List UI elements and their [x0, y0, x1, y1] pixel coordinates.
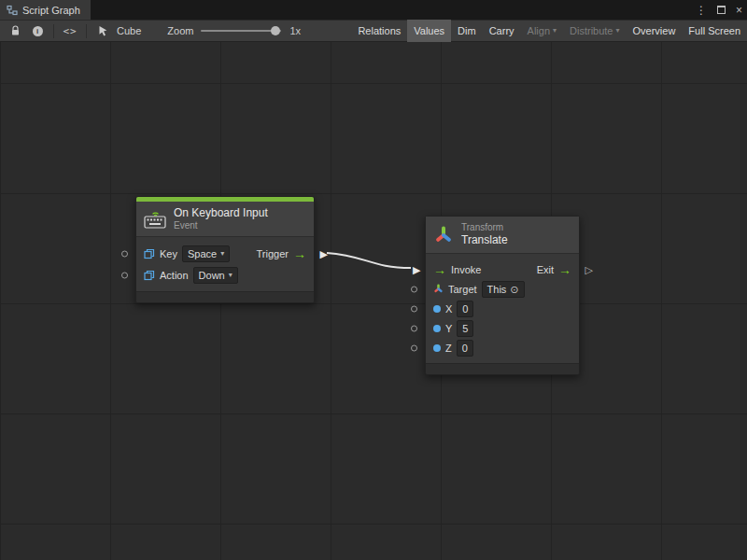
key-dropdown[interactable]: Space ▾ — [182, 245, 230, 262]
node-on-keyboard-input[interactable]: On Keyboard Input Event Key Space — [135, 196, 315, 303]
invoke-label: Invoke — [451, 264, 481, 275]
chevron-down-icon: ▾ — [616, 21, 620, 41]
graph-canvas[interactable]: On Keyboard Input Event Key Space — [0, 42, 747, 560]
node-title: Translate — [461, 233, 508, 247]
lock-icon[interactable] — [4, 20, 26, 42]
node-header[interactable]: Transform Translate — [426, 217, 579, 254]
tab-bar: Script Graph ⋮ × — [0, 0, 747, 20]
y-input-port[interactable] — [411, 325, 417, 331]
menu-icon[interactable]: ⋮ — [696, 5, 707, 16]
invoke-row: ▶ → Invoke Exit → ▷ — [426, 259, 579, 279]
exit-output-port[interactable]: ▷ — [585, 264, 593, 274]
z-row: Z 0 — [426, 338, 579, 357]
target-object-label: Cube — [117, 25, 141, 36]
info-icon[interactable]: i — [26, 20, 49, 42]
zoom-value: 1x — [289, 25, 301, 36]
target-label: Target — [448, 284, 477, 295]
value-port-icon — [433, 305, 441, 313]
info-glyph: i — [33, 26, 43, 36]
target-value: This — [487, 283, 507, 296]
action-value: Down — [199, 269, 225, 282]
x-row: X 0 — [426, 299, 579, 318]
close-icon[interactable]: × — [736, 5, 742, 16]
code-view-icon[interactable]: <> — [59, 20, 81, 42]
value-port-icon — [433, 344, 441, 352]
align-button[interactable]: Align ▾ — [521, 20, 563, 42]
value-port-icon — [433, 325, 441, 332]
key-value: Space — [188, 247, 217, 260]
node-header[interactable]: On Keyboard Input Event — [136, 202, 314, 237]
button-label: Distribute — [570, 21, 613, 41]
chevron-down-icon: ▾ — [229, 269, 233, 282]
node-footer — [426, 363, 579, 374]
tab-script-graph[interactable]: Script Graph — [0, 0, 91, 20]
chevron-down-icon: ▾ — [553, 21, 557, 41]
trigger-output-port[interactable]: ▶ — [320, 248, 328, 259]
flow-arrow-icon: → — [433, 263, 446, 276]
x-input-port[interactable] — [411, 305, 417, 312]
node-subtitle: Event — [174, 220, 268, 232]
literal-icon — [144, 270, 155, 281]
distribute-button[interactable]: Distribute ▾ — [563, 20, 626, 42]
key-input-port[interactable] — [121, 250, 128, 257]
button-label: Relations — [358, 21, 401, 41]
trigger-label: Trigger — [257, 248, 289, 259]
y-row: Y 5 — [426, 318, 579, 338]
pointer-icon — [92, 20, 114, 42]
node-body: ▶ → Invoke Exit → ▷ — [426, 254, 579, 363]
code-glyph: <> — [63, 25, 77, 37]
graph-toolbar: i <> Cube Zoom 1x Relations Values Dim — [0, 20, 747, 42]
x-label: X — [445, 303, 452, 315]
keyboard-icon — [144, 210, 166, 229]
y-value-field[interactable]: 5 — [457, 320, 473, 337]
flow-arrow-icon: → — [293, 247, 306, 260]
graph-icon — [7, 5, 18, 16]
key-row: Key Space ▾ Trigger → ▶ — [136, 243, 314, 264]
flow-arrow-icon: → — [558, 263, 571, 276]
y-label: Y — [445, 323, 452, 334]
maximize-icon[interactable] — [717, 6, 726, 14]
z-label: Z — [445, 343, 452, 354]
values-button[interactable]: Values — [407, 20, 451, 42]
key-label: Key — [160, 248, 177, 259]
node-category: Transform — [461, 222, 508, 234]
target-input-port[interactable] — [411, 286, 417, 292]
target-row: Target This ⊙ — [426, 279, 579, 299]
button-label: Carry — [489, 21, 514, 41]
connection-wire — [0, 42, 747, 560]
z-input-port[interactable] — [411, 344, 417, 351]
zoom-slider-knob[interactable] — [271, 26, 280, 35]
dim-button[interactable]: Dim — [451, 20, 483, 42]
full-screen-button[interactable]: Full Screen — [682, 20, 747, 42]
zoom-label: Zoom — [167, 25, 193, 36]
node-footer — [136, 291, 314, 302]
toolbar-divider — [86, 24, 87, 38]
target-picker-icon[interactable]: ⊙ — [510, 283, 518, 296]
node-transform-translate[interactable]: Transform Translate ▶ → Invoke Exit → ▷ — [425, 216, 580, 375]
zoom-slider[interactable] — [201, 30, 281, 32]
action-row: Action Down ▾ — [136, 264, 314, 286]
literal-icon — [144, 248, 155, 259]
button-label: Align — [528, 21, 550, 41]
node-body: Key Space ▾ Trigger → ▶ — [136, 237, 314, 291]
x-value-field[interactable]: 0 — [457, 301, 473, 317]
overview-button[interactable]: Overview — [627, 20, 683, 42]
carry-button[interactable]: Carry — [483, 20, 521, 42]
z-value-field[interactable]: 0 — [457, 340, 473, 357]
button-label: Values — [414, 21, 444, 41]
invoke-input-port[interactable]: ▶ — [413, 264, 420, 274]
button-label: Full Screen — [688, 21, 740, 41]
target-value-chip[interactable]: This ⊙ — [482, 281, 525, 298]
chevron-down-icon: ▾ — [220, 247, 224, 260]
node-title: On Keyboard Input — [174, 206, 268, 220]
button-label: Dim — [458, 21, 476, 41]
relations-button[interactable]: Relations — [351, 20, 407, 42]
tab-label: Script Graph — [22, 5, 80, 16]
window-controls: ⋮ × — [696, 0, 742, 20]
action-dropdown[interactable]: Down ▾ — [193, 267, 238, 284]
button-label: Overview — [633, 21, 676, 41]
action-input-port[interactable] — [121, 272, 128, 278]
script-graph-window: Script Graph ⋮ × i <> Cube Zoom — [0, 0, 747, 560]
exit-label: Exit — [537, 264, 554, 275]
toolbar-buttons: Relations Values Dim Carry Align ▾ Distr… — [351, 20, 747, 42]
